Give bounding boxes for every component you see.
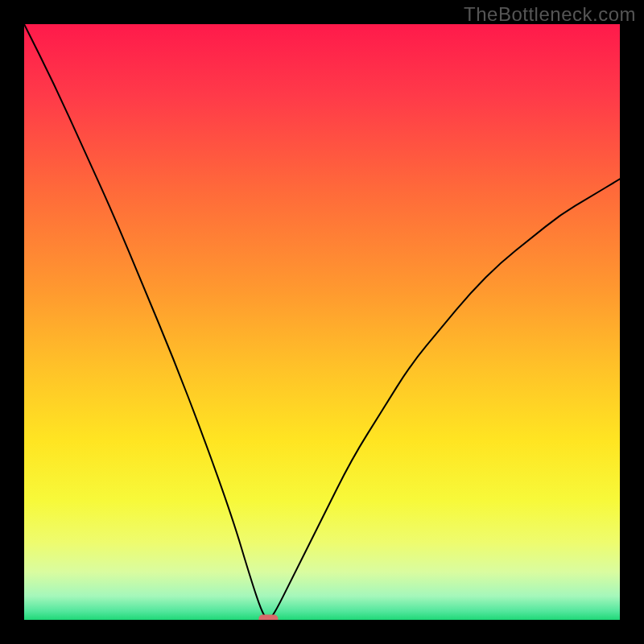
watermark-text: TheBottleneck.com bbox=[464, 3, 636, 26]
plot-area bbox=[24, 24, 620, 620]
chart-svg bbox=[24, 24, 620, 620]
optimum-marker bbox=[258, 615, 278, 621]
gradient-rect bbox=[24, 24, 620, 620]
chart-frame: TheBottleneck.com bbox=[0, 0, 644, 644]
